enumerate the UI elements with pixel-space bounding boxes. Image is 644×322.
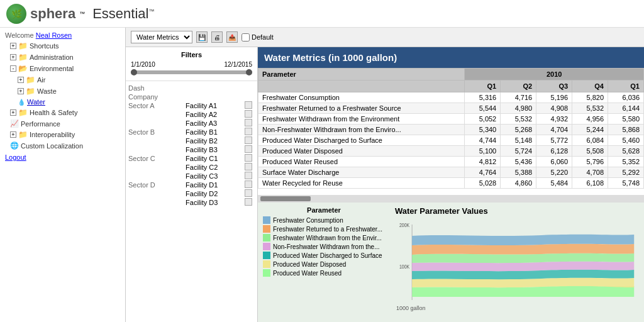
area-layer-3 — [412, 253, 634, 263]
param-cell: Produced Water Discharged to Surface — [258, 135, 465, 146]
q1-cell: 4,764 — [465, 167, 501, 178]
grid-icon[interactable] — [245, 163, 252, 170]
table-row: Freshwater Consumption 5,316 4,716 5,196… — [258, 92, 644, 103]
q4-cell: 6,108 — [572, 178, 608, 189]
grid-icon[interactable] — [245, 180, 252, 188]
sidebar: Welcome Neal Rosen + 📁 Shortcuts + 📁 Adm… — [0, 28, 126, 322]
sidebar-item-environmental[interactable]: - 📂 Environmental — [0, 63, 125, 74]
grid-icon[interactable] — [245, 172, 252, 179]
tree-row: Sector AFacility A1 — [126, 101, 257, 110]
legend-swatch — [263, 252, 270, 259]
default-label: Default — [252, 33, 274, 41]
grid-icon[interactable] — [245, 101, 252, 109]
table-area: Water Metrics (in 1000 gallon) Parameter… — [258, 47, 644, 203]
expand-icon: + — [10, 109, 16, 116]
sidebar-label: Interoperability — [30, 131, 75, 138]
grid-icon[interactable] — [245, 198, 252, 206]
date-slider[interactable] — [131, 70, 252, 74]
logo-icon: 🌿 — [6, 4, 26, 24]
main-layout: Welcome Neal Rosen + 📁 Shortcuts + 📁 Adm… — [0, 28, 644, 322]
sidebar-label: Air — [37, 76, 45, 84]
sidebar-label: Water — [27, 98, 45, 106]
chart-title: Water Parameter Values — [395, 206, 639, 216]
grid-icon[interactable] — [245, 110, 252, 118]
sidebar-item-health-safety[interactable]: + 📁 Health & Safety — [0, 107, 125, 118]
facility-label[interactable]: Facility C3 — [183, 172, 245, 180]
save-button[interactable]: 💾 — [196, 31, 208, 43]
grid-icon[interactable] — [245, 128, 252, 135]
sidebar-item-interoperability[interactable]: + 📁 Interoperability — [0, 129, 125, 140]
user-link[interactable]: Neal Rosen — [36, 31, 72, 39]
grid-icon[interactable] — [245, 119, 252, 126]
q3-cell: 6,128 — [536, 146, 572, 157]
chart-svg-area: 200K 100K — [395, 218, 639, 318]
facility-label[interactable]: Facility A2 — [183, 110, 245, 119]
facility-label[interactable]: Facility C2 — [183, 163, 245, 172]
facility-label[interactable]: Facility D1 — [183, 180, 245, 189]
facility-label[interactable]: Facility B1 — [183, 128, 245, 136]
legend-swatch — [263, 243, 270, 250]
content-body: Filters 1/1/2010 12/1/2015 DashCompanySe… — [126, 47, 644, 322]
grid-icon[interactable] — [245, 189, 252, 197]
slider-thumb-right[interactable] — [246, 69, 252, 75]
area-layer-4 — [412, 262, 634, 271]
expand-icon: + — [10, 43, 16, 49]
default-checkbox-label[interactable]: Default — [242, 33, 274, 42]
table-row: Non-Freshwater Withdrawn from the Enviro… — [258, 125, 644, 135]
q1b-cell: 5,580 — [608, 114, 644, 125]
tree-section: DashCompanySector AFacility A1Facility A… — [126, 81, 257, 322]
facility-label[interactable]: Facility A1 — [183, 101, 245, 110]
sidebar-item-water[interactable]: 💧 Water — [0, 97, 125, 107]
facility-label[interactable]: Facility B3 — [183, 145, 245, 154]
table-row: Freshwater Withdrawn from the Environmen… — [258, 114, 644, 125]
legend-item: Freshwater Returned to a Freshwater... — [263, 225, 385, 233]
q1-cell: 5,100 — [465, 146, 501, 157]
q1b-cell: 5,292 — [608, 167, 644, 178]
q3-cell: 5,220 — [536, 167, 572, 178]
facility-label[interactable]: Facility D2 — [183, 189, 245, 198]
q3-cell: 5,196 — [536, 92, 572, 103]
col-sub-q4: Q4 — [572, 80, 608, 92]
col-sub-param — [258, 80, 465, 92]
sidebar-item-performance[interactable]: 📈 Performance — [0, 118, 125, 129]
grid-icon[interactable] — [245, 145, 252, 153]
scrollbar-thumb[interactable] — [260, 196, 311, 201]
table-row: Water Recycled for Reuse 5,028 4,860 5,4… — [258, 178, 644, 189]
logo-name: sphera — [30, 6, 75, 22]
folder-icon: 📁 — [18, 108, 28, 117]
date-end: 12/1/2015 — [225, 61, 253, 68]
grid-icon[interactable] — [245, 154, 252, 162]
q2-cell: 5,436 — [501, 157, 536, 167]
print-button[interactable]: 🖨 — [211, 31, 223, 43]
col-header-year: 2010 — [465, 69, 644, 80]
slider-thumb-left[interactable] — [131, 69, 137, 75]
facility-label[interactable]: Facility D3 — [183, 198, 245, 207]
q4-cell: 4,956 — [572, 114, 608, 125]
facility-label[interactable]: Facility B2 — [183, 136, 245, 145]
facility-label[interactable]: Facility C1 — [183, 154, 245, 163]
folder-icon: 📁 — [26, 87, 35, 96]
expand-icon: + — [10, 54, 16, 60]
content-area: Water Metrics 💾 🖨 📤 Default Filters 1/1/… — [126, 28, 644, 322]
param-cell: Non-Freshwater Withdrawn from the Enviro… — [258, 125, 465, 135]
col-sub-q2: Q2 — [501, 80, 536, 92]
sidebar-item-administration[interactable]: + 📁 Administration — [0, 52, 125, 63]
horizontal-scrollbar[interactable] — [258, 195, 644, 203]
legend-item: Produced Water Disposed — [263, 260, 385, 268]
water-icon: 💧 — [18, 99, 25, 106]
sidebar-item-shortcuts[interactable]: + 📁 Shortcuts — [0, 40, 125, 52]
logout-link[interactable]: Logout — [0, 151, 125, 164]
q4-cell: 5,796 — [572, 157, 608, 167]
grid-icon[interactable] — [245, 136, 252, 144]
sidebar-item-air[interactable]: + 📁 Air — [0, 74, 125, 86]
legend-items: Freshwater Consumption Freshwater Return… — [263, 216, 385, 277]
facility-label[interactable]: Facility A3 — [183, 119, 245, 128]
product-name: Essential™ — [92, 6, 154, 22]
sidebar-welcome: Welcome Neal Rosen — [0, 30, 125, 40]
sidebar-label: Performance — [21, 120, 60, 128]
default-checkbox[interactable] — [242, 33, 250, 42]
metric-select[interactable]: Water Metrics — [131, 31, 192, 43]
sidebar-item-waste[interactable]: + 📁 Waste — [0, 86, 125, 97]
export-button[interactable]: 📤 — [226, 31, 238, 43]
sidebar-item-custom-localization[interactable]: 🌐 Custom Localization — [0, 140, 125, 151]
